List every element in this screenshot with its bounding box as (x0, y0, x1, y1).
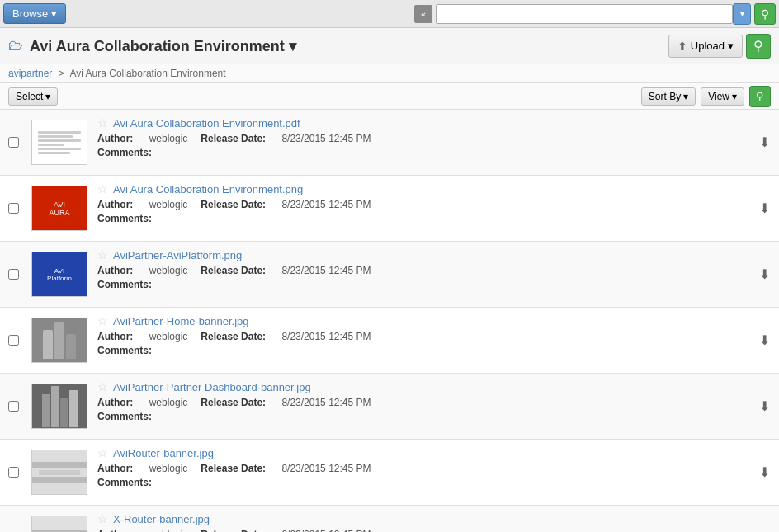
browse-label: Browse (12, 7, 48, 20)
table-row: ☆X-Router-banner.jpgAuthor: weblogicRele… (0, 506, 779, 532)
browse-button[interactable]: Browse ▾ (3, 3, 66, 24)
folder-icon: 🗁 (8, 37, 23, 54)
file-checkbox[interactable] (8, 467, 19, 478)
header-row: 🗁 Avi Aura Collaboration Environment ▾ ⬆… (0, 28, 779, 64)
file-meta: Author: weblogicRelease Date: 8/23/2015 … (97, 529, 744, 532)
breadcrumb-current: Avi Aura Collaboration Environment (69, 68, 225, 79)
sort-dropdown-arrow: ▾ (683, 91, 688, 102)
table-row: AVIAURA☆Avi Aura Collaboration Environme… (0, 176, 779, 242)
favorite-star-icon[interactable]: ☆ (97, 380, 108, 393)
file-comments: Comments: (97, 213, 744, 224)
file-thumbnail (26, 506, 92, 532)
file-name-link[interactable]: Avi Aura Collaboration Environment.png (113, 183, 303, 195)
file-comments: Comments: (97, 477, 744, 488)
search-go-button[interactable]: ⚲ (754, 3, 776, 25)
search-input[interactable] (436, 4, 733, 24)
file-thumbnail (26, 440, 92, 505)
download-button[interactable]: ⬇ (756, 329, 773, 351)
upload-dropdown-arrow: ▾ (728, 40, 734, 52)
file-info: ☆AviPartner-Partner Dashboard-banner.jpg… (92, 374, 749, 439)
file-comments: Comments: (97, 411, 744, 422)
toolbar: Select ▾ Sort By ▾ View ▾ ⚲ (0, 83, 779, 110)
upload-button[interactable]: ⬆ Upload ▾ (668, 35, 743, 58)
toolbar-right: Sort By ▾ View ▾ ⚲ (641, 86, 771, 107)
breadcrumb: avipartner > Avi Aura Collaboration Envi… (0, 64, 779, 83)
file-meta: Author: weblogicRelease Date: 8/23/2015 … (97, 199, 744, 210)
folder-dropdown-caret[interactable]: ▾ (289, 38, 296, 54)
file-name-link[interactable]: AviPartner-AviPlatform.png (113, 249, 242, 261)
header-action-button[interactable]: ⚲ (746, 34, 771, 59)
file-name-link[interactable]: Avi Aura Collaboration Environment.pdf (113, 117, 300, 129)
view-button[interactable]: View ▾ (701, 87, 744, 106)
file-name-link[interactable]: X-Router-banner.jpg (113, 513, 210, 525)
file-checkbox[interactable] (8, 269, 19, 280)
breadcrumb-home[interactable]: avipartner (8, 68, 52, 79)
file-meta: Author: weblogicRelease Date: 8/23/2015 … (97, 397, 744, 408)
sort-by-button[interactable]: Sort By ▾ (641, 87, 696, 106)
file-thumbnail (26, 308, 92, 373)
file-checkbox[interactable] (8, 335, 19, 346)
file-name-link[interactable]: AviRouter-banner.jpg (113, 447, 214, 459)
file-info: ☆X-Router-banner.jpgAuthor: weblogicRele… (92, 506, 749, 532)
breadcrumb-separator: > (59, 68, 64, 79)
file-list: ☆Avi Aura Collaboration Environment.pdfA… (0, 110, 779, 532)
table-row: ☆Avi Aura Collaboration Environment.pdfA… (0, 110, 779, 176)
file-comments: Comments: (97, 345, 744, 356)
file-thumbnail: AVIAURA (26, 176, 92, 241)
collapse-icon: « (421, 9, 426, 19)
favorite-star-icon[interactable]: ☆ (97, 248, 108, 261)
file-info: ☆Avi Aura Collaboration Environment.pngA… (92, 176, 749, 241)
favorite-star-icon[interactable]: ☆ (97, 116, 108, 129)
file-thumbnail (26, 110, 92, 175)
file-comments: Comments: (97, 147, 744, 158)
view-dropdown-arrow: ▾ (732, 91, 737, 102)
favorite-star-icon[interactable]: ☆ (97, 512, 108, 525)
file-info: ☆Avi Aura Collaboration Environment.pdfA… (92, 110, 749, 175)
file-comments: Comments: (97, 279, 744, 290)
file-meta: Author: weblogicRelease Date: 8/23/2015 … (97, 331, 744, 342)
top-bar: Browse ▾ « ▾ ⚲ (0, 0, 779, 28)
upload-icon: ⬆ (677, 40, 687, 53)
favorite-star-icon[interactable]: ☆ (97, 314, 108, 327)
download-button[interactable]: ⬇ (756, 131, 773, 153)
table-row: ☆AviRouter-banner.jpgAuthor: weblogicRel… (0, 440, 779, 506)
file-info: ☆AviPartner-AviPlatform.pngAuthor: weblo… (92, 242, 749, 307)
download-button[interactable]: ⬇ (756, 395, 773, 417)
toolbar-search-button[interactable]: ⚲ (749, 86, 771, 107)
favorite-star-icon[interactable]: ☆ (97, 446, 108, 459)
file-meta: Author: weblogicRelease Date: 8/23/2015 … (97, 265, 744, 276)
file-thumbnail: AVIPlatform (26, 242, 92, 307)
file-thumbnail (26, 374, 92, 439)
file-checkbox[interactable] (8, 137, 19, 148)
file-meta: Author: weblogicRelease Date: 8/23/2015 … (97, 463, 744, 474)
file-info: ☆AviPartner-Home-banner.jpgAuthor: weblo… (92, 308, 749, 373)
file-name-link[interactable]: AviPartner-Partner Dashboard-banner.jpg (113, 381, 311, 393)
file-info: ☆AviRouter-banner.jpgAuthor: weblogicRel… (92, 440, 749, 505)
table-row: ☆AviPartner-Home-banner.jpgAuthor: weblo… (0, 308, 779, 374)
top-bar-actions: ▾ ⚲ (733, 3, 776, 25)
folder-title: Avi Aura Collaboration Environment ▾ (30, 37, 668, 55)
download-button[interactable]: ⬇ (756, 461, 773, 483)
file-meta: Author: weblogicRelease Date: 8/23/2015 … (97, 133, 744, 144)
select-dropdown-arrow: ▾ (45, 91, 50, 102)
download-button[interactable]: ⬇ (756, 527, 773, 532)
file-name-link[interactable]: AviPartner-Home-banner.jpg (113, 315, 249, 327)
table-row: ☆AviPartner-Partner Dashboard-banner.jpg… (0, 374, 779, 440)
search-dropdown-button[interactable]: ▾ (733, 3, 751, 25)
table-row: AVIPlatform☆AviPartner-AviPlatform.pngAu… (0, 242, 779, 308)
select-button[interactable]: Select ▾ (8, 87, 58, 106)
favorite-star-icon[interactable]: ☆ (97, 182, 108, 195)
browse-dropdown-arrow: ▾ (51, 7, 57, 20)
file-checkbox[interactable] (8, 401, 19, 412)
file-checkbox[interactable] (8, 203, 19, 214)
download-button[interactable]: ⬇ (756, 263, 773, 285)
collapse-button[interactable]: « (414, 5, 432, 23)
download-button[interactable]: ⬇ (756, 197, 773, 219)
